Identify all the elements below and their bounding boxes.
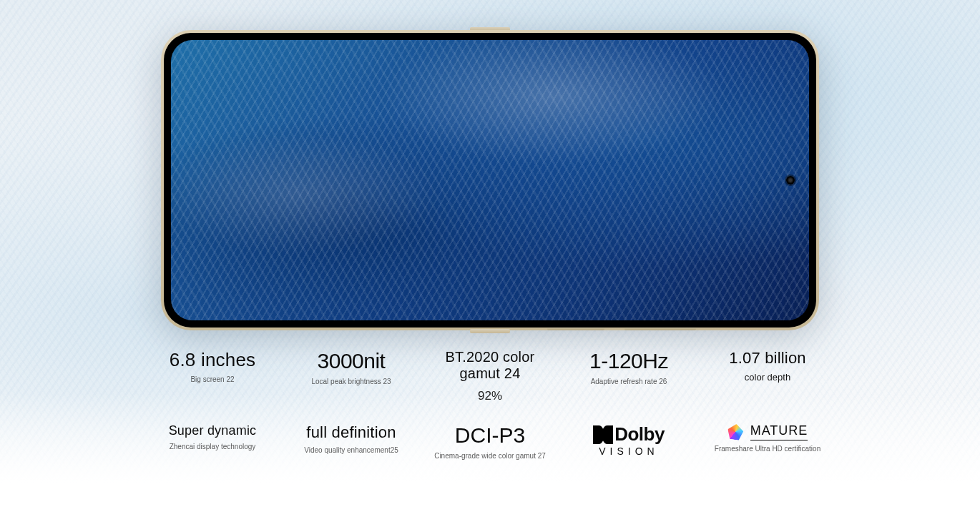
spec-screen-size: 6.8 inches Big screen 22 — [147, 349, 278, 403]
spec-mature-cert: MATURE Frameshare Ultra HD certification — [702, 423, 833, 460]
spec-full-definition: full definition Video quality enhancemen… — [285, 423, 417, 460]
spec-color-depth: 1.07 billion color depth — [702, 349, 833, 403]
spec-foot: Zhencai display technology — [170, 443, 256, 450]
spec-bt2020: BT.2020 color gamut 24 92% — [424, 349, 556, 403]
spec-dci-p3: DCI-P3 Cinema-grade wide color gamut 27 — [424, 423, 556, 460]
mature-logo-icon — [726, 423, 744, 441]
mature-label: MATURE — [750, 423, 808, 440]
spec-foot: Video quality enhancement25 — [304, 446, 398, 454]
dolby-brand: Dolby — [614, 423, 665, 445]
phone-bezel — [164, 33, 816, 328]
spec-super-dynamic: Super dynamic Zhencai display technology — [147, 423, 278, 460]
phone-outer-frame — [161, 30, 819, 330]
dolby-d-icon — [593, 425, 613, 444]
dolby-vision-logo: Dolby VISION — [593, 423, 665, 457]
spec-stat: 1-120Hz — [589, 349, 668, 373]
phone-mockup — [161, 30, 819, 330]
spec-sub: 92% — [478, 389, 502, 403]
spec-stat: 1.07 billion — [729, 349, 806, 368]
specs-grid: 6.8 inches Big screen 22 3000nit Local p… — [147, 349, 833, 460]
spec-dolby-vision: Dolby VISION — [563, 423, 695, 460]
dolby-vision-label: VISION — [599, 445, 658, 457]
phone-screen-ocean — [171, 40, 809, 320]
spec-foot: color depth — [745, 372, 790, 383]
punch-hole-camera-icon — [786, 176, 795, 184]
spec-stat: 6.8 inches — [170, 349, 256, 371]
spec-stat: 3000nit — [318, 349, 386, 373]
spec-stat: DCI-P3 — [455, 423, 525, 448]
spec-foot: Big screen 22 — [190, 375, 234, 383]
spec-stat: BT.2020 color gamut 24 — [424, 349, 556, 382]
spec-stat: Super dynamic — [169, 423, 257, 438]
spec-brightness: 3000nit Local peak brightness 23 — [285, 349, 417, 403]
spec-refresh-rate: 1-120Hz Adaptive refresh rate 26 — [563, 349, 695, 403]
spec-foot: Frameshare Ultra HD certification — [715, 445, 820, 453]
spec-foot: Cinema-grade wide color gamut 27 — [434, 452, 546, 460]
spec-stat: full definition — [306, 423, 396, 442]
spec-foot: Local peak brightness 23 — [311, 378, 391, 385]
spec-foot: Adaptive refresh rate 26 — [591, 378, 667, 385]
phone-hinge-bottom — [470, 329, 510, 333]
